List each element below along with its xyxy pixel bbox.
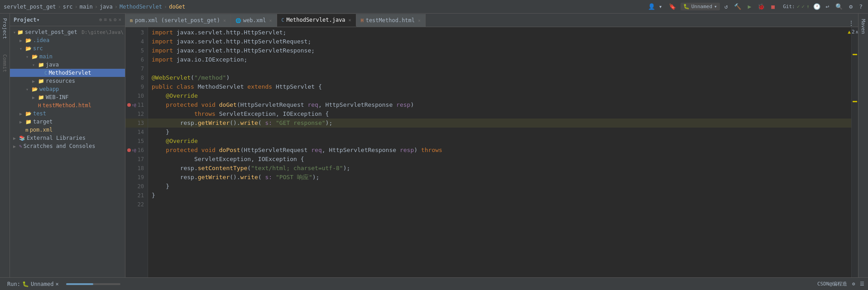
- build-reload-icon[interactable]: ↺: [723, 2, 730, 11]
- tree-extlibs[interactable]: ▶ 📚 External Libraries: [10, 134, 125, 142]
- git-label: Git:: [783, 4, 795, 10]
- bottom-right-text: CSDN@编程造 ⚙ ☰: [817, 280, 864, 287]
- panel-settings-icon[interactable]: ⚙: [114, 17, 117, 23]
- bookmark-icon[interactable]: 🔖: [667, 2, 678, 11]
- breakpoint-16[interactable]: [127, 148, 131, 152]
- git-push-icon[interactable]: ↑: [806, 4, 810, 10]
- run-config-selector[interactable]: 🐛 Unnamed ▾: [681, 3, 720, 10]
- tree-pom[interactable]: m pom.xml: [10, 126, 125, 134]
- tree-main-arrow: ▾: [26, 54, 30, 59]
- tab-test-close[interactable]: ×: [418, 18, 421, 23]
- tree-test[interactable]: ▶ 📂 test: [10, 109, 125, 118]
- stop-button[interactable]: ■: [769, 2, 777, 11]
- code-line-3: import javax.servlet.http.HttpServlet;: [148, 28, 851, 37]
- code-line-22: [148, 200, 851, 209]
- tabs-overflow-btn[interactable]: ⋮: [848, 19, 854, 27]
- debug-button[interactable]: 🐞: [756, 2, 767, 11]
- panel-collapse-icon[interactable]: ≡: [104, 17, 107, 23]
- search-icon[interactable]: 🔍: [834, 2, 844, 11]
- tree-idea-arrow: ▶: [19, 38, 24, 43]
- tab-methodservlet[interactable]: C MethodServlet.java ×: [277, 14, 356, 27]
- line-20: 20: [125, 182, 148, 191]
- code-line-12: throws ServletException, IOException {: [148, 109, 851, 119]
- tree-root-label: servlet_post_get: [25, 29, 77, 35]
- maven-panel: Maven: [858, 14, 868, 277]
- tab-testmethod[interactable]: H testMethod.html ×: [356, 14, 426, 27]
- tree-idea[interactable]: ▶ 📂 .idea: [10, 36, 125, 44]
- breadcrumb-method[interactable]: doGet: [169, 4, 185, 10]
- breadcrumb-src[interactable]: src: [63, 4, 73, 10]
- breadcrumb-project[interactable]: servlet_post_get: [4, 4, 56, 10]
- code-line-9: public class MethodServlet extends HttpS…: [148, 82, 851, 91]
- tree-webapp[interactable]: ▾ 📂 webapp: [10, 85, 125, 93]
- bottom-settings-icon[interactable]: ⚙: [852, 281, 855, 287]
- tree-webinf-arrow: ▶: [32, 95, 37, 100]
- code-line-8: @WebServlet("/method"): [148, 73, 851, 82]
- tree-src[interactable]: ▾ 📂 src: [10, 44, 125, 52]
- pom-icon: m: [25, 127, 29, 133]
- line-10: 10: [125, 91, 148, 100]
- panel-expand-icon[interactable]: ⇅: [109, 17, 112, 23]
- tab-method-close[interactable]: ×: [349, 18, 351, 23]
- git-clock-icon[interactable]: 🕐: [811, 2, 822, 11]
- breadcrumb-java[interactable]: java: [100, 4, 113, 10]
- run-config-dropdown[interactable]: ▾: [714, 4, 717, 10]
- tree-scratches[interactable]: ▶ ✎ Scratches and Consoles: [10, 142, 125, 150]
- sidebar-item-project[interactable]: Project: [1, 15, 9, 42]
- csdn-label: CSDN@编程造: [817, 281, 847, 287]
- tree-main[interactable]: ▾ 📂 main: [10, 52, 125, 61]
- line-3: 3: [125, 28, 148, 37]
- tab-pom[interactable]: m pom.xml (servlet_post_get) ×: [125, 14, 231, 27]
- tree-java[interactable]: ▾ 📁 java: [10, 61, 125, 69]
- run-tab[interactable]: Run: 🐛 Unnamed ×: [4, 280, 62, 288]
- help-icon[interactable]: ?: [857, 2, 864, 11]
- tree-idea-label: .idea: [33, 37, 49, 43]
- bottom-menu-icon[interactable]: ☰: [860, 281, 864, 287]
- tree-testmethod[interactable]: H testMethod.html: [10, 101, 125, 109]
- run-close[interactable]: ×: [55, 281, 58, 287]
- maven-label[interactable]: Maven: [859, 15, 867, 38]
- git-status: Git: ✓ ✓ ↑ 🕐 ↩: [783, 2, 831, 11]
- tree-methodservlet[interactable]: C MethodServlet: [10, 69, 125, 77]
- panel-title: Project▾: [14, 17, 40, 23]
- tree-root[interactable]: ▾ 📁 servlet_post_get D:\gitee\Java\: [10, 28, 125, 36]
- breadcrumb-main[interactable]: main: [80, 4, 93, 10]
- breakpoint-11[interactable]: [127, 103, 131, 107]
- code-editor: 3 4 5 6 7 8 9 10 ↑@ 11 12 13 14 15: [125, 27, 858, 277]
- main-container: Project Commit Project▾ ⊕ ≡ ⇅ ⚙ × ▾ 📁 se…: [0, 14, 868, 277]
- tab-web[interactable]: 🌐 web.xml ×: [231, 14, 277, 27]
- tab-pom-close[interactable]: ×: [223, 18, 226, 23]
- debug-marker-11: ↑@: [132, 103, 136, 107]
- build-icon[interactable]: 🔨: [732, 2, 743, 11]
- extlibs-icon: 📚: [19, 135, 25, 141]
- tree-java-arrow: ▾: [32, 62, 37, 67]
- git-undo-icon[interactable]: ↩: [824, 2, 831, 11]
- profile-icon[interactable]: 👤 ▾: [646, 2, 664, 11]
- line-8: 8: [125, 73, 148, 82]
- settings-icon[interactable]: ⚙: [847, 2, 854, 11]
- line-22: 22: [125, 200, 148, 209]
- tab-web-close[interactable]: ×: [269, 18, 272, 23]
- tab-method-label: MethodServlet.java: [287, 17, 345, 23]
- run-icon: 🐛: [683, 4, 690, 10]
- tree-scratches-label: Scratches and Consoles: [24, 143, 96, 149]
- tree-root-path: D:\gitee\Java\: [79, 29, 124, 35]
- sidebar-item-commit[interactable]: Commit: [1, 52, 9, 75]
- line-12: 12: [125, 109, 148, 119]
- warning-area: ▲ 2 ∧ ∨: [847, 28, 858, 36]
- warning-count: 2: [852, 29, 855, 35]
- code-line-16: protected void doPost(HttpServletRequest…: [148, 146, 851, 155]
- tree-target[interactable]: ▶ 📁 target: [10, 118, 125, 126]
- code-line-17: ServletException, IOException {: [148, 155, 851, 164]
- panel-close-icon[interactable]: ×: [118, 17, 121, 23]
- scratch-icon: ✎: [19, 143, 22, 149]
- panel-locate-icon[interactable]: ⊕: [99, 17, 102, 23]
- tree-webinf[interactable]: ▶ 📁 WEB-INF: [10, 93, 125, 101]
- test-folder-icon: 📂: [25, 111, 32, 117]
- run-button[interactable]: ▶: [746, 2, 753, 11]
- code-content[interactable]: import javax.servlet.http.HttpServlet; i…: [148, 27, 851, 277]
- breadcrumb-class[interactable]: MethodServlet: [120, 4, 162, 10]
- tabs-bar: m pom.xml (servlet_post_get) × 🌐 web.xml…: [125, 14, 858, 27]
- tree-resources[interactable]: ▶ 📁 resources: [10, 77, 125, 85]
- html-file-icon: H: [38, 103, 41, 109]
